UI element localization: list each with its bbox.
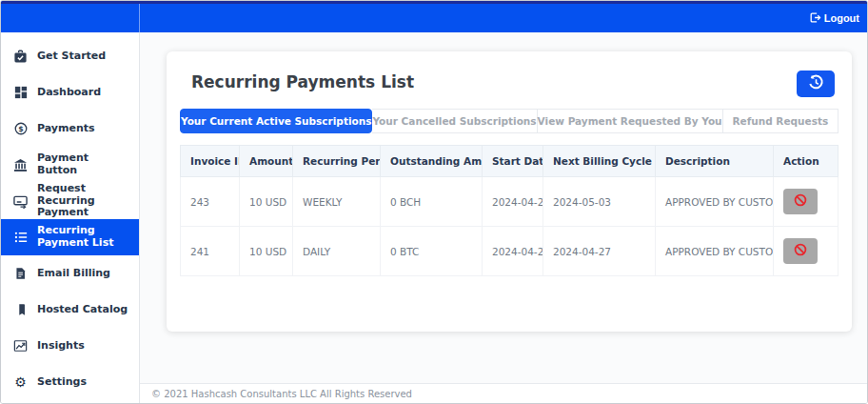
footer: © 2021 Hashcash Consultants LLC All Righ… — [140, 383, 867, 403]
document-icon — [13, 267, 28, 281]
column-header-outstanding-amount: Outstanding Amount — [381, 146, 483, 177]
cell-action — [774, 177, 838, 227]
topbar: Logout — [1, 1, 867, 32]
logout-label: Logout — [824, 12, 859, 24]
tab-cancelled-subscriptions[interactable]: Your Cancelled Subscriptions — [372, 109, 537, 133]
cell-invoice-id: 243 — [181, 177, 240, 227]
cell-action — [774, 227, 838, 276]
book-icon — [13, 303, 28, 317]
cell-next-billing-cycle-date: 2024-04-27 — [543, 227, 656, 276]
cell-start-date: 2024-04-26 — [483, 227, 543, 276]
cell-recurring-period: DAILY — [293, 227, 381, 276]
sidebar-item-email-billing[interactable]: Email Billing — [1, 255, 139, 292]
sidebar-item-settings[interactable]: ⚙ Settings — [1, 364, 139, 400]
cancel-subscription-button[interactable] — [783, 189, 818, 214]
cell-invoice-id: 241 — [181, 227, 240, 276]
grid-icon — [13, 86, 28, 100]
prohibition-icon — [794, 243, 807, 259]
cell-next-billing-cycle-date: 2024-05-03 — [543, 177, 656, 227]
dollar-circle-icon: $ — [13, 122, 28, 136]
sidebar-item-label: Insights — [37, 340, 85, 353]
column-header-invoice-id: Invoice ID — [181, 146, 240, 177]
table-header-row: Invoice ID Amount Recurring Period Outst… — [181, 146, 838, 177]
chart-icon — [13, 339, 28, 354]
column-header-amount: Amount — [240, 146, 293, 177]
sidebar-item-recurring-payment-list[interactable]: Recurring Payment List — [1, 219, 139, 255]
column-header-next-billing-cycle-date: Next Billing Cycle Date — [543, 146, 656, 177]
sidebar-item-label: Request Recurring Payment — [37, 183, 131, 219]
sidebar-item-label: Payments — [37, 123, 95, 135]
svg-text:$: $ — [18, 125, 23, 133]
sidebar-item-label: Recurring Payment List — [37, 225, 131, 249]
column-header-recurring-period: Recurring Period — [293, 146, 381, 177]
cell-recurring-period: WEEKLY — [293, 177, 381, 227]
list-icon — [13, 231, 28, 245]
tab-payment-requested-by-you[interactable]: View Payment Requested By You — [538, 109, 723, 133]
subscriptions-table: Invoice ID Amount Recurring Period Outst… — [180, 145, 838, 276]
column-header-start-date: Start Date — [483, 146, 543, 177]
topbar-brand-area — [1, 4, 140, 32]
sidebar-item-dashboard[interactable]: Dashboard — [1, 74, 139, 111]
sidebar-item-label: Get Started — [37, 50, 106, 63]
table-row: 241 10 USD DAILY 0 BTC 2024-04-26 2024-0… — [181, 227, 838, 276]
sidebar-item-label: Hosted Catalog — [37, 304, 128, 316]
recurring-payments-card: Recurring Payments List Your Current Act… — [167, 51, 852, 332]
logout-button[interactable]: Logout — [809, 4, 859, 32]
sidebar-item-request-recurring-payment[interactable]: Request Recurring Payment — [1, 183, 139, 219]
sidebar-item-label: Settings — [37, 376, 87, 389]
bank-icon — [13, 158, 28, 172]
sidebar-item-label: Dashboard — [37, 87, 101, 99]
cell-start-date: 2024-04-26 — [483, 177, 543, 227]
sidebar-item-payments[interactable]: $ Payments — [1, 111, 139, 147]
tab-current-active-subscriptions[interactable]: Your Current Active Subscriptions — [180, 109, 372, 133]
gear-icon: ⚙ — [13, 375, 28, 390]
history-icon — [808, 74, 824, 93]
copyright-text: © 2021 Hashcash Consultants LLC All Righ… — [151, 389, 412, 399]
tab-refund-requests[interactable]: Refund Requests — [723, 109, 838, 133]
sidebar-item-get-started[interactable]: Get Started — [1, 38, 139, 74]
cell-outstanding-amount: 0 BCH — [381, 177, 483, 227]
history-button[interactable] — [797, 71, 835, 97]
briefcase-check-icon — [13, 50, 28, 64]
prohibition-icon — [794, 193, 807, 210]
logout-icon — [809, 11, 821, 26]
subscription-tabs: Your Current Active Subscriptions Your C… — [180, 109, 838, 133]
cell-outstanding-amount: 0 BTC — [381, 227, 483, 276]
sidebar-item-hosted-catalog[interactable]: Hosted Catalog — [1, 292, 139, 328]
page-title: Recurring Payments List — [191, 72, 838, 91]
cell-description: APPROVED BY CUSTOMER — [656, 227, 774, 276]
table-row: 243 10 USD WEEKLY 0 BCH 2024-04-26 2024-… — [181, 177, 838, 227]
cancel-subscription-button[interactable] — [783, 238, 818, 264]
column-header-description: Description — [656, 146, 774, 177]
sidebar-item-label: Email Billing — [37, 268, 110, 280]
app-window: Logout Get Started Dashboard $ — [0, 0, 868, 404]
cell-amount: 10 USD — [240, 177, 293, 227]
card-arrow-icon — [13, 194, 28, 209]
sidebar-item-label: Payment Button — [37, 152, 131, 176]
main-content: Recurring Payments List Your Current Act… — [140, 32, 867, 403]
sidebar-item-payment-button[interactable]: Payment Button — [1, 147, 139, 183]
cell-description: APPROVED BY CUSTOMER — [656, 177, 774, 227]
sidebar-item-insights[interactable]: Insights — [1, 328, 139, 364]
cell-amount: 10 USD — [240, 227, 293, 276]
column-header-action: Action — [774, 146, 838, 177]
sidebar: Get Started Dashboard $ Payments Payment… — [1, 32, 140, 403]
